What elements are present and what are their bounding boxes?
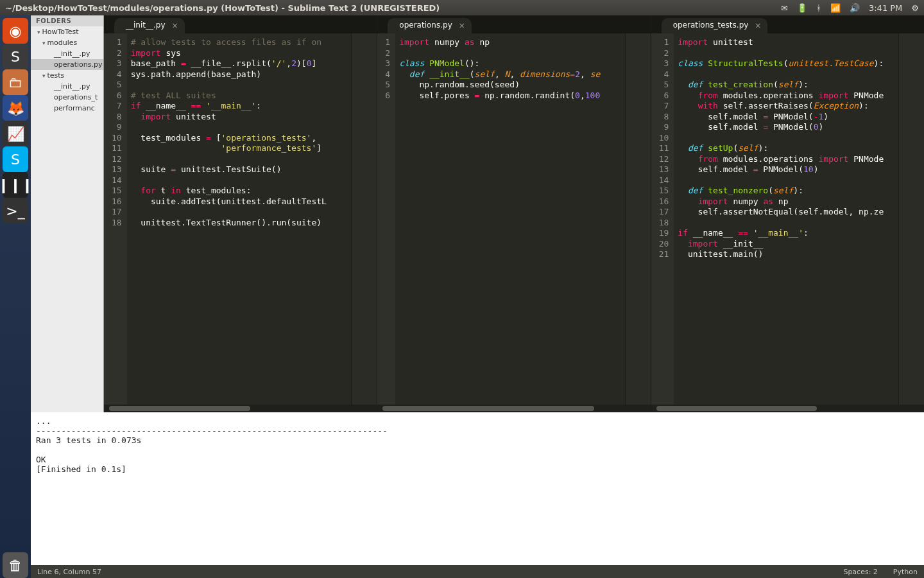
launcher-sublime-icon[interactable]: S [3, 44, 28, 69]
tab-bar: operations_tests.py× [651, 15, 924, 33]
line-gutter: 123456789101112131415161718 [104, 33, 127, 405]
status-bar: Line 6, Column 57 Spaces: 2 Python [31, 565, 924, 578]
code-content[interactable]: # allow tests to access files as if onim… [127, 33, 352, 405]
editor-area: FOLDERS HowToTestmodules__init__.pyopera… [31, 15, 924, 412]
line-gutter: 123456 [377, 33, 395, 405]
folder-tests[interactable]: tests [31, 70, 103, 81]
horizontal-scrollbar[interactable] [651, 405, 924, 412]
tab-bar: __init__.py× [104, 15, 377, 33]
close-icon[interactable]: × [755, 21, 762, 29]
file-operations_t[interactable]: operations_t [31, 92, 103, 103]
editor-pane-2: operations_tests.py×12345678910111213141… [651, 15, 924, 412]
system-tray: ✉ 🔋 ᚼ 📶 🔊 3:41 PM ⚙ [781, 3, 919, 13]
file-operations.py[interactable]: operations.py [31, 59, 103, 70]
sidebar-header: FOLDERS [31, 15, 103, 26]
code-view[interactable]: 123456import numpy as npclass PNModel():… [377, 33, 650, 405]
tab-__init__.py[interactable]: __init__.py× [114, 18, 185, 33]
minimap[interactable] [625, 33, 651, 405]
clock[interactable]: 3:41 PM [869, 3, 902, 13]
minimap[interactable] [351, 33, 377, 405]
launcher-terminal-icon[interactable]: >_ [3, 198, 28, 223]
launcher-colors-icon[interactable]: ❙❙❙ [3, 172, 28, 198]
close-icon[interactable]: × [459, 21, 466, 29]
launcher-firefox-icon[interactable]: 🦊 [3, 95, 28, 121]
launcher-monitor-icon[interactable]: 📈 [3, 121, 28, 146]
folder-tree[interactable]: HowToTestmodules__init__.pyoperations.py… [31, 26, 103, 412]
folder-modules[interactable]: modules [31, 37, 103, 48]
horizontal-scrollbar[interactable] [104, 405, 377, 412]
wifi-icon[interactable]: 📶 [830, 3, 841, 13]
window-title: ~/Desktop/HowToTest/modules/operations.p… [5, 3, 781, 13]
line-gutter: 123456789101112131415161718192021 [651, 33, 674, 405]
code-view[interactable]: 123456789101112131415161718# allow tests… [104, 33, 377, 405]
gear-icon[interactable]: ⚙ [911, 3, 919, 13]
tab-operations_tests.py[interactable]: operations_tests.py× [662, 18, 768, 33]
editor-pane-0: __init__.py×123456789101112131415161718#… [104, 15, 377, 412]
editor-pane-1: operations.py×123456import numpy as npcl… [377, 15, 651, 412]
code-content[interactable]: import unittestclass StructuralTests(uni… [674, 33, 898, 405]
unity-launcher: ◉S🗀🦊📈S❙❙❙>_ 🗑 [0, 15, 31, 578]
file-__init__.py[interactable]: __init__.py [31, 48, 103, 59]
tab-operations.py[interactable]: operations.py× [388, 18, 471, 33]
tab-label: __init__.py [126, 21, 166, 30]
file-performanc[interactable]: performanc [31, 103, 103, 114]
bluetooth-icon[interactable]: ᚼ [816, 3, 821, 13]
status-position: Line 6, Column 57 [37, 568, 828, 576]
launcher-dash-icon[interactable]: ◉ [3, 18, 28, 44]
build-output-panel[interactable]: ... ------------------------------------… [31, 412, 924, 565]
code-view[interactable]: 123456789101112131415161718192021import … [651, 33, 924, 405]
close-icon[interactable]: × [172, 21, 180, 29]
folder-HowToTest[interactable]: HowToTest [31, 26, 103, 37]
tab-bar: operations.py× [377, 15, 650, 33]
minimap[interactable] [898, 33, 924, 405]
system-menubar: ~/Desktop/HowToTest/modules/operations.p… [0, 0, 924, 15]
folder-sidebar: FOLDERS HowToTestmodules__init__.pyopera… [31, 15, 104, 412]
tab-label: operations_tests.py [673, 21, 749, 30]
volume-icon[interactable]: 🔊 [850, 3, 860, 13]
status-spaces[interactable]: Spaces: 2 [843, 568, 877, 576]
tab-label: operations.py [399, 21, 452, 30]
status-language[interactable]: Python [893, 568, 918, 576]
file-__init__.py[interactable]: __init__.py [31, 81, 103, 92]
trash-icon[interactable]: 🗑 [3, 552, 28, 578]
code-content[interactable]: import numpy as npclass PNModel(): def _… [395, 33, 625, 405]
mail-icon[interactable]: ✉ [781, 3, 788, 13]
launcher-skype-icon[interactable]: S [3, 146, 28, 172]
battery-icon[interactable]: 🔋 [797, 3, 807, 13]
launcher-files-icon[interactable]: 🗀 [3, 69, 28, 95]
horizontal-scrollbar[interactable] [377, 405, 650, 412]
